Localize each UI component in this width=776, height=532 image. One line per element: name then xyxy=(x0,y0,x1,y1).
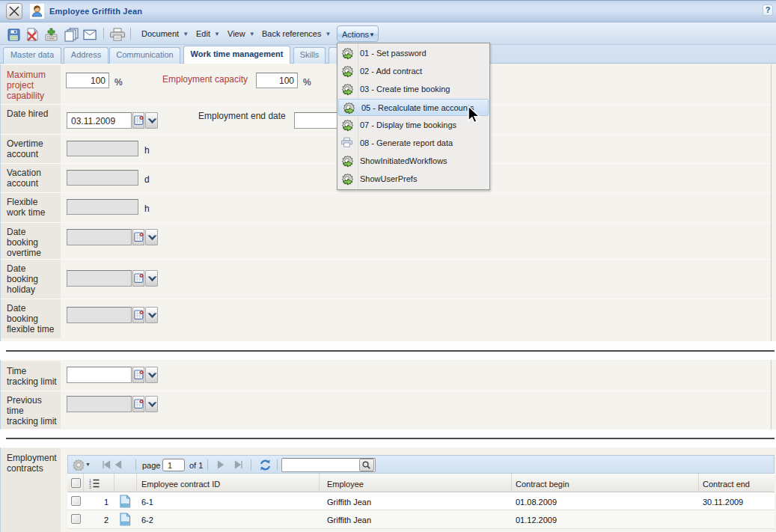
svg-text:3: 3 xyxy=(89,485,91,489)
